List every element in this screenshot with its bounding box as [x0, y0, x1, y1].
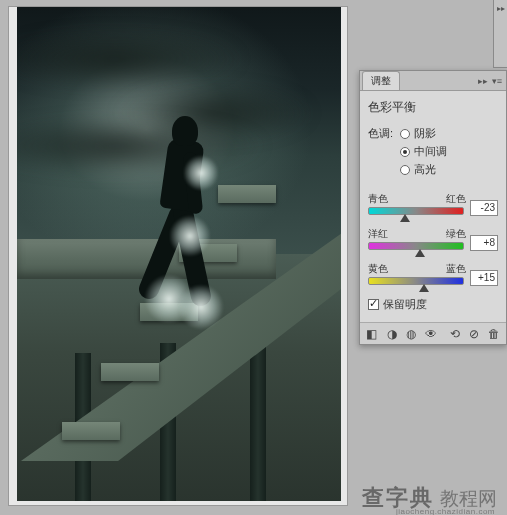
- reset-icon[interactable]: ⊘: [467, 326, 483, 342]
- image-preview: [17, 7, 341, 501]
- radio-icon: [400, 165, 410, 175]
- watermark-url: jiaocheng.chazidian.com: [396, 507, 495, 515]
- radio-label: 中间调: [414, 144, 447, 159]
- radio-highlights[interactable]: 高光: [400, 162, 447, 177]
- panel-dock-strip[interactable]: ▸▸: [493, 0, 507, 68]
- slider-right-label: 蓝色: [446, 262, 466, 276]
- slider-thumb[interactable]: [419, 284, 429, 292]
- view-previous-icon[interactable]: ◑: [384, 326, 400, 342]
- chevrons-icon[interactable]: ▸▸: [478, 76, 488, 86]
- panel-title: 色彩平衡: [368, 99, 498, 116]
- slider-value-input[interactable]: +8: [470, 235, 498, 251]
- radio-label: 高光: [414, 162, 436, 177]
- flyout-menu-icon[interactable]: ▾≡: [492, 76, 502, 86]
- preserve-luminosity-checkbox[interactable]: 保留明度: [368, 297, 498, 312]
- clip-layer-icon[interactable]: ◍: [403, 326, 419, 342]
- slider-track[interactable]: [368, 242, 464, 250]
- tone-radio-group: 色调: 阴影 中间调 高光: [368, 126, 498, 180]
- checkbox-icon: [368, 299, 379, 310]
- radio-label: 阴影: [414, 126, 436, 141]
- slider-cyan-red: 青色 红色 -23: [368, 192, 498, 215]
- previous-state-icon[interactable]: ⟲: [447, 326, 463, 342]
- slider-track[interactable]: [368, 277, 464, 285]
- slider-thumb[interactable]: [415, 249, 425, 257]
- slider-left-label: 黄色: [368, 262, 388, 276]
- slider-thumb[interactable]: [400, 214, 410, 222]
- slider-right-label: 绿色: [446, 227, 466, 241]
- radio-midtones[interactable]: 中间调: [400, 144, 447, 159]
- slider-left-label: 洋红: [368, 227, 388, 241]
- canvas-area: [8, 6, 348, 506]
- slider-magenta-green: 洋红 绿色 +8: [368, 227, 498, 250]
- slider-value-input[interactable]: +15: [470, 270, 498, 286]
- radio-icon: [400, 129, 410, 139]
- slider-value-input[interactable]: -23: [470, 200, 498, 216]
- radio-icon: [400, 147, 410, 157]
- slider-yellow-blue: 黄色 蓝色 +15: [368, 262, 498, 285]
- adjustments-panel: 调整 ▸▸ ▾≡ 色彩平衡 色调: 阴影 中间调 高光: [359, 70, 507, 345]
- panel-footer: ◧ ◑ ◍ 👁 ⟲ ⊘ 🗑: [360, 322, 506, 344]
- slider-track[interactable]: [368, 207, 464, 215]
- eye-icon[interactable]: 👁: [423, 326, 439, 342]
- tone-label: 色调:: [368, 126, 393, 141]
- panel-tab-bar: 调整 ▸▸ ▾≡: [360, 71, 506, 91]
- collapse-arrow-icon: ▸▸: [497, 4, 505, 13]
- checkbox-label: 保留明度: [383, 297, 427, 312]
- trash-icon[interactable]: 🗑: [486, 326, 502, 342]
- radio-shadows[interactable]: 阴影: [400, 126, 447, 141]
- toggle-layer-icon[interactable]: ◧: [364, 326, 380, 342]
- slider-right-label: 红色: [446, 192, 466, 206]
- tab-adjustments[interactable]: 调整: [362, 71, 400, 90]
- slider-left-label: 青色: [368, 192, 388, 206]
